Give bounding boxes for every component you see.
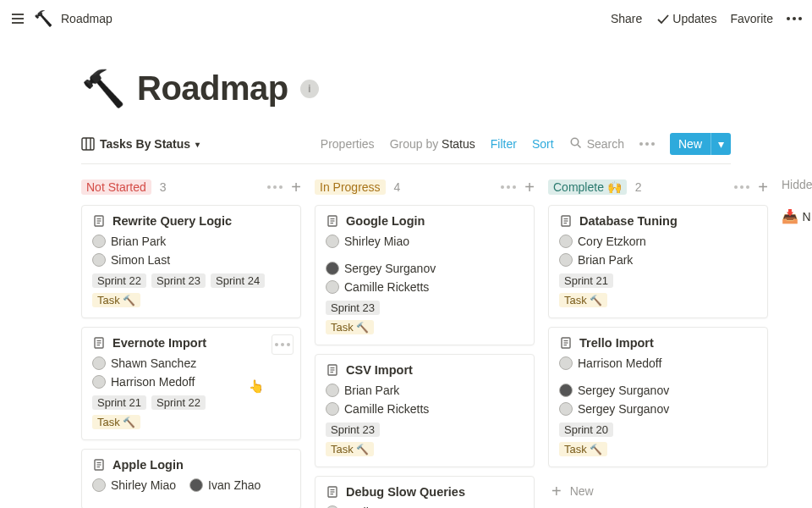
- card-task-row: Task 🔨: [92, 415, 290, 429]
- person: Sergey Surganov: [559, 402, 669, 416]
- avatar: [559, 253, 573, 267]
- person-name: Harrison Medoff: [578, 356, 661, 370]
- column-not_started: Not Started3+Rewrite Query LogicBrian Pa…: [81, 174, 301, 508]
- person: Shawn Sanchez: [92, 356, 196, 370]
- menu-icon[interactable]: [10, 11, 25, 26]
- column-in_progress: In Progress4+Google LoginShirley MiaoSer…: [315, 174, 535, 508]
- card-tags: Sprint 22Sprint 23Sprint 24: [92, 273, 290, 288]
- person: Sergey Surganov: [559, 384, 669, 397]
- new-button-label: New: [670, 133, 710, 155]
- card-title: Debug Slow Queries: [346, 485, 465, 499]
- column-label[interactable]: In Progress: [315, 179, 386, 195]
- board: Not Started3+Rewrite Query LogicBrian Pa…: [81, 174, 812, 508]
- task-tag: Task 🔨: [559, 293, 607, 307]
- search-label: Search: [587, 137, 624, 151]
- column-complete: Complete 🙌2+Database TuningCory EtzkornB…: [548, 174, 768, 508]
- properties-button[interactable]: Properties: [321, 137, 375, 151]
- column-label[interactable]: Not Started: [81, 179, 151, 195]
- column-count: 2: [635, 180, 642, 194]
- card[interactable]: Debug Slow QueriesLeslie Jensen: [315, 476, 535, 508]
- card-tags: Sprint 21Sprint 22: [92, 395, 290, 410]
- group-by-button[interactable]: Group by Status: [390, 137, 475, 151]
- favorite-button[interactable]: Favorite: [730, 12, 773, 25]
- doc-icon: [92, 458, 106, 472]
- check-icon: [656, 12, 669, 25]
- view-select[interactable]: Tasks By Status ▾: [81, 137, 200, 151]
- person-name: Camille Ricketts: [344, 402, 429, 416]
- card[interactable]: Database TuningCory EtzkornBrian ParkSpr…: [548, 205, 768, 318]
- column-add-icon[interactable]: +: [524, 179, 535, 196]
- card[interactable]: Trello ImportHarrison MedoffSergey Surga…: [548, 327, 768, 467]
- person: Camille Ricketts: [326, 280, 429, 294]
- column-label[interactable]: Complete 🙌: [548, 179, 627, 195]
- sort-button[interactable]: Sort: [532, 137, 554, 151]
- task-tag: Task 🔨: [559, 442, 607, 456]
- share-button[interactable]: Share: [611, 12, 642, 25]
- sprint-tag: Sprint 22: [92, 273, 146, 288]
- person-name: Shawn Sanchez: [111, 356, 196, 370]
- info-icon[interactable]: i: [300, 80, 319, 98]
- hidden-groups-label[interactable]: Hidden: [782, 178, 812, 191]
- doc-icon: [92, 214, 106, 228]
- more-icon[interactable]: [787, 17, 802, 20]
- person-name: Brian Park: [578, 253, 633, 267]
- column-add-icon[interactable]: +: [758, 179, 768, 196]
- person: Harrison Medoff: [92, 375, 195, 389]
- card-title: Rewrite Query Logic: [112, 214, 232, 228]
- chevron-down-icon: ▾: [195, 140, 200, 149]
- card[interactable]: CSV ImportBrian ParkCamille RickettsSpri…: [315, 354, 535, 467]
- sprint-tag: Sprint 21: [92, 395, 146, 410]
- card-task-row: Task 🔨: [559, 442, 757, 456]
- add-card-button[interactable]: +New: [548, 476, 768, 506]
- card[interactable]: Google LoginShirley MiaoSergey SurganovC…: [315, 205, 535, 345]
- card-people: Cory EtzkornBrian Park: [559, 235, 757, 267]
- view-more-icon[interactable]: [639, 142, 655, 146]
- avatar: [92, 253, 106, 267]
- updates-button[interactable]: Updates: [656, 12, 716, 25]
- new-button-dropdown[interactable]: ▾: [710, 133, 731, 155]
- person-name: Brian Park: [111, 235, 166, 248]
- card-people: Shirley MiaoIvan Zhao: [92, 478, 290, 492]
- breadcrumb-title[interactable]: Roadmap: [61, 12, 112, 25]
- page-title[interactable]: Roadmap: [137, 69, 288, 108]
- card-tags: Sprint 21: [559, 273, 757, 288]
- card-task-row: Task 🔨: [326, 320, 524, 334]
- column-header: In Progress4+: [315, 174, 535, 200]
- avatar: [559, 356, 573, 370]
- column-add-icon[interactable]: +: [291, 179, 301, 196]
- card-menu-icon[interactable]: [272, 334, 294, 355]
- new-button[interactable]: New ▾: [670, 133, 731, 155]
- topbar: 🔨 Roadmap Share Updates Favorite: [0, 0, 812, 37]
- avatar: [92, 235, 106, 248]
- filter-button[interactable]: Filter: [491, 137, 517, 151]
- avatar: [559, 402, 573, 416]
- column-more-icon[interactable]: [734, 185, 749, 189]
- person-name: Sergey Surganov: [578, 384, 669, 397]
- avatar: [92, 478, 106, 492]
- person: Brian Park: [326, 384, 399, 397]
- column-more-icon[interactable]: [501, 185, 516, 189]
- group-by-value: Status: [442, 137, 475, 151]
- avatar: [326, 402, 339, 416]
- inbox-icon[interactable]: 📥 N: [782, 208, 812, 224]
- person-name: Simon Last: [111, 253, 170, 267]
- avatar: [326, 262, 339, 275]
- card-task-row: Task 🔨: [559, 293, 757, 307]
- person: Simon Last: [92, 253, 170, 267]
- search-button[interactable]: Search: [569, 136, 624, 152]
- person-name: Brian Park: [344, 384, 399, 397]
- card[interactable]: Evernote ImportShawn SanchezHarrison Med…: [81, 327, 301, 440]
- person-name: Camille Ricketts: [344, 280, 429, 294]
- card[interactable]: Rewrite Query LogicBrian ParkSimon LastS…: [81, 205, 301, 318]
- task-tag: Task 🔨: [326, 442, 374, 456]
- board-icon: [81, 137, 95, 151]
- avatar: [92, 356, 106, 370]
- column-more-icon[interactable]: [267, 185, 283, 189]
- column-header: Complete 🙌2+: [548, 174, 768, 200]
- person: Harrison Medoff: [559, 356, 661, 370]
- column-count: 3: [160, 180, 167, 194]
- card-people: Harrison MedoffSergey SurganovSergey Sur…: [559, 356, 757, 416]
- card[interactable]: Apple LoginShirley MiaoIvan Zhao: [81, 449, 301, 508]
- person: Cory Etzkorn: [559, 235, 646, 248]
- avatar: [559, 384, 573, 397]
